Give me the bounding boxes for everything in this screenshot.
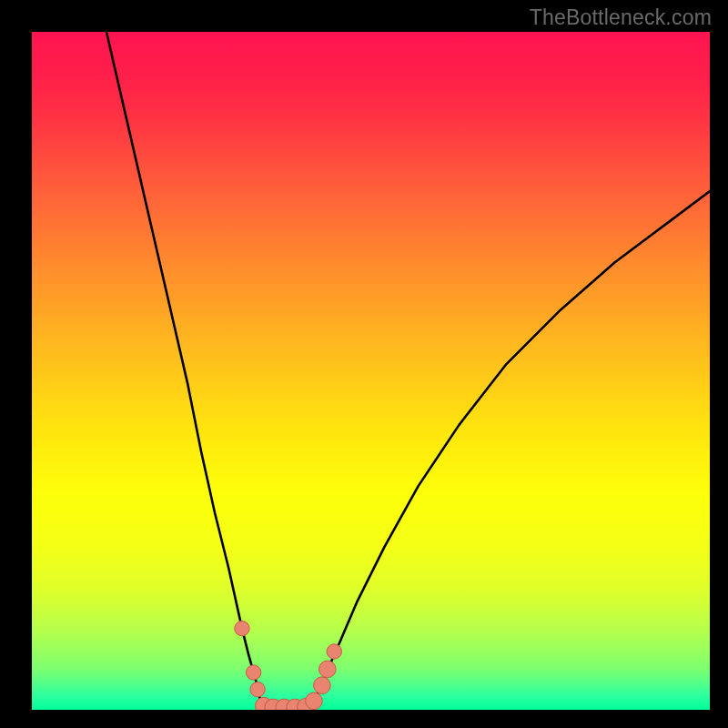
outer-frame: TheBottleneck.com: [0, 0, 728, 728]
attribution-label: TheBottleneck.com: [530, 5, 712, 30]
plot-area: [32, 32, 710, 710]
